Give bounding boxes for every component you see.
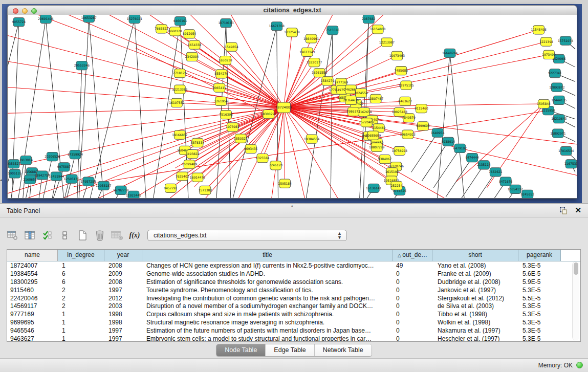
graph-node-label: 17957253 — [81, 180, 96, 183]
column-chooser-icon[interactable] — [23, 228, 38, 243]
cell-title: Embryonic stem cells: a model to study s… — [142, 335, 393, 342]
cell-in_degree: 1 — [58, 327, 104, 334]
graph-node-label: 16782759 — [113, 188, 128, 192]
new-document-icon[interactable] — [75, 228, 90, 243]
cell-title: Disruption of a novel member of a sodium… — [142, 302, 393, 310]
column-header-pagerank[interactable]: pagerank — [518, 250, 561, 261]
cell-name: 9465546 — [7, 327, 58, 334]
table-settings-icon[interactable] — [5, 228, 20, 243]
graph-node-label: 10973493 — [389, 54, 405, 57]
table-row[interactable]: 946554611997Estimation of the future num… — [7, 326, 580, 335]
float-window-icon[interactable] — [559, 207, 568, 215]
network-window[interactable]: citations_edges.txt 90557242069140610653… — [7, 5, 577, 199]
graph-node-label: 1615192 — [385, 170, 399, 173]
panel-collapse-arrow-icon[interactable]: ◂ — [0, 178, 2, 182]
cell-in_degree: 1 — [58, 319, 104, 326]
graph-node-label: 2135114 — [477, 163, 491, 166]
graph-node-label: 10688609 — [365, 134, 381, 137]
row-selection-icon[interactable] — [40, 228, 55, 243]
cell-out_de: 0 — [393, 327, 432, 334]
graph-node-label: 2087682 — [362, 17, 376, 20]
graph-node-label: 16154808 — [370, 27, 385, 31]
graph-node-label: 19384554 — [304, 137, 319, 141]
graph-node-label: 9227341 — [548, 71, 562, 75]
function-builder-icon[interactable]: f(x) — [127, 228, 142, 243]
column-header-out_de[interactable]: △ out_de… — [393, 250, 432, 261]
cell-year: 2009 — [104, 270, 142, 277]
network-window-titlebar[interactable]: citations_edges.txt — [7, 5, 577, 16]
table-row[interactable]: 1830029562008Estimation of significance … — [7, 278, 580, 286]
graph-node-label: 12444135 — [551, 98, 567, 102]
graph-node-label: 9777169 — [334, 80, 348, 84]
combobox-stepper-icon[interactable]: ▲▼ — [337, 231, 342, 239]
table-row[interactable]: 977716911998Corpus callosum shape and si… — [7, 310, 580, 318]
graph-node-label: 7246120 — [269, 163, 283, 167]
row-height-icon[interactable] — [57, 228, 73, 243]
cell-year: 1998 — [104, 319, 142, 326]
close-icon[interactable]: ✕ — [575, 206, 581, 215]
graph-node-label: 3913914 — [19, 158, 33, 162]
network-canvas[interactable]: 9055724206914061065328715276021646616110… — [7, 15, 577, 199]
graph-node-label: 9899605 — [416, 124, 430, 127]
graph-node-label: 10719183 — [218, 21, 233, 25]
column-header-in_degree[interactable]: in_degree — [58, 250, 104, 261]
table-row[interactable]: 1456911722003Disruption of a novel membe… — [7, 302, 580, 310]
delete-icon[interactable] — [92, 228, 107, 243]
column-header-short[interactable]: short — [432, 250, 518, 261]
graph-node-label: 15892971 — [550, 132, 565, 135]
cell-name: 22420046 — [7, 295, 58, 302]
graph-node-label: 13942757 — [34, 173, 50, 177]
graph-node-label: 9055724 — [12, 20, 26, 24]
table-row[interactable]: 2242004622012Investigating the contribut… — [7, 294, 580, 302]
column-header-name[interactable]: name — [7, 250, 58, 261]
table-row[interactable]: 969969511998Structural magnetic resonanc… — [7, 318, 580, 326]
cell-in_degree: 2 — [58, 302, 104, 310]
table-selector-combobox[interactable]: citations_edges.txt ▲▼ — [147, 230, 347, 241]
vertical-scrollbar[interactable] — [572, 261, 579, 340]
graph-node-label: 8471676 — [499, 180, 513, 183]
node-layer: 9055724206914061065328715276021646616110… — [8, 15, 577, 198]
cell-name: 9463627 — [7, 335, 58, 342]
graph-node-label: 12213987 — [379, 40, 395, 44]
tab-network-table[interactable]: Network Table — [315, 344, 372, 356]
cell-title: Corpus callosum shape and size in male p… — [142, 311, 393, 318]
cell-pagerank: 5.3E-5 — [518, 319, 561, 326]
table-row[interactable]: 946362711997Embryonic stem cells: a mode… — [7, 335, 580, 342]
cell-in_degree: 6 — [58, 270, 104, 277]
graph-node-label: 18300295 — [261, 112, 276, 116]
graph-node-label: 9245652 — [521, 192, 535, 196]
graph-node-label: 15720407 — [359, 120, 374, 124]
cell-out_de: 0 — [393, 302, 432, 310]
graph-node-label: 11923445 — [126, 193, 141, 197]
cell-short: Wolkin et al. (1998) — [432, 319, 518, 326]
citation-edge-black — [422, 142, 448, 181]
citation-edge-red — [226, 60, 284, 107]
tab-node-table[interactable]: Node Table — [216, 344, 266, 356]
tab-edge-table[interactable]: Edge Table — [266, 344, 314, 356]
cell-out_de: 49 — [393, 262, 432, 269]
citation-edge-red — [284, 52, 308, 107]
graph-node-label: 12125439 — [284, 30, 299, 34]
graph-node-label: 10654112 — [508, 187, 523, 191]
cell-out_de: 0 — [393, 287, 432, 294]
table-row[interactable]: 1872400712008Changes of HCN gene express… — [7, 261, 580, 270]
delete-table-icon[interactable] — [110, 228, 125, 243]
column-header-year[interactable]: year — [104, 250, 142, 261]
cell-in_degree: 6 — [58, 278, 104, 286]
graph-node-label: 1167533 — [564, 162, 577, 165]
graph-node-label: 7632621 — [489, 170, 503, 173]
cell-title: Tourette syndrome. Phenomenology and cla… — [142, 287, 393, 294]
table-row[interactable]: 1938455462009Genome-wide association stu… — [7, 270, 580, 278]
table-row[interactable]: 911546021997Tourette syndrome. Phenomeno… — [7, 286, 580, 294]
cell-short: Hescheler et al. (1997) — [432, 335, 518, 342]
citation-edge-red — [231, 47, 284, 107]
column-header-title[interactable]: title — [142, 250, 393, 261]
graph-node-label: 10653287 — [81, 16, 97, 19]
graph-node-label: 15751074 — [558, 39, 573, 42]
graph-node-label: 16107552 — [169, 101, 184, 104]
graph-node-label: 9693435 — [244, 147, 258, 150]
graph-node-label: 1973499 — [542, 53, 556, 56]
scrollbar-thumb[interactable] — [574, 262, 578, 275]
citation-edge-red — [8, 87, 284, 107]
splitter-handle-icon[interactable]: ▴ — [291, 204, 293, 208]
